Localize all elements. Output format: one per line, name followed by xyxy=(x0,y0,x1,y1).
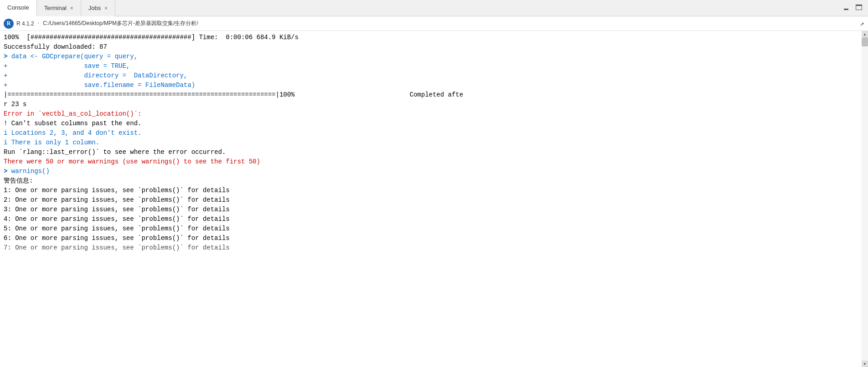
console-line: 警告信息: xyxy=(4,176,864,186)
console-line: 2: One or more parsing issues, see `prob… xyxy=(4,195,864,205)
console-line: Successfully downloaded: 87 xyxy=(4,42,864,52)
console-line: ! Can't subset columns past the end. xyxy=(4,119,864,128)
console-line: i There is only 1 column. xyxy=(4,138,864,148)
open-directory-icon[interactable]: ↗ xyxy=(860,19,864,28)
console-line: + save.filename = FileNameData) xyxy=(4,81,864,90)
console-line: 1: One or more parsing issues, see `prob… xyxy=(4,186,864,195)
console-line: + save = TRUE, xyxy=(4,61,864,71)
toolbar-separator: · xyxy=(37,20,40,27)
window-controls: 🗕 🗖 xyxy=(841,3,868,13)
console-line: 3: One or more parsing issues, see `prob… xyxy=(4,205,864,214)
tab-terminal[interactable]: Terminal × xyxy=(37,0,81,16)
console-line: 100% [##################################… xyxy=(4,33,864,42)
r-version: R 4.1.2 xyxy=(16,20,34,27)
console-line-warning: There were 50 or more warnings (use warn… xyxy=(4,157,864,167)
working-directory: C:/Users/14665/Desktop/MPM多芯片-差异基因取交集/生存… xyxy=(43,20,198,27)
toolbar: R R 4.1.2 · C:/Users/14665/Desktop/MPM多芯… xyxy=(0,16,868,31)
tab-jobs-close[interactable]: × xyxy=(104,5,108,11)
console-line: 5: One or more parsing issues, see `prob… xyxy=(4,224,864,234)
console-line: + directory = DataDirectory, xyxy=(4,71,864,81)
console-line: > data <- GDCprepare(query = query, xyxy=(4,52,864,61)
console-line: |=======================================… xyxy=(4,90,864,100)
console-line: > warnings() xyxy=(4,167,864,176)
r-logo: R xyxy=(4,19,14,29)
scrollbar-thumb[interactable] xyxy=(862,37,868,46)
scrollbar-up-arrow[interactable]: ▲ xyxy=(862,31,868,37)
console-line: 7: One or more parsing issues, see `prob… xyxy=(4,243,864,253)
console-line-error: Error in `vectbl_as_col_location()`: xyxy=(4,109,864,119)
console-line: Run `rlang::last_error()` to see where t… xyxy=(4,148,864,157)
tab-terminal-close[interactable]: × xyxy=(70,5,73,11)
tab-console[interactable]: Console xyxy=(0,0,37,16)
console-line: 6: One or more parsing issues, see `prob… xyxy=(4,234,864,243)
tab-jobs-label: Jobs xyxy=(88,5,101,11)
tab-terminal-label: Terminal xyxy=(44,5,67,11)
tab-console-label: Console xyxy=(7,4,29,11)
console-line: r 23 s xyxy=(4,100,864,109)
console-area[interactable]: 100% [##################################… xyxy=(0,31,868,367)
scrollbar-down-arrow[interactable]: ▼ xyxy=(862,361,868,367)
console-line: 4: One or more parsing issues, see `prob… xyxy=(4,214,864,224)
tab-jobs[interactable]: Jobs × xyxy=(81,0,115,16)
minimize-button[interactable]: 🗕 xyxy=(841,3,852,13)
tab-bar: Console Terminal × Jobs × 🗕 🗖 xyxy=(0,0,868,16)
scrollbar-track[interactable]: ▲ ▼ xyxy=(862,31,868,367)
console-line: i Locations 2, 3, and 4 don't exist. xyxy=(4,128,864,138)
maximize-button[interactable]: 🗖 xyxy=(853,3,864,13)
